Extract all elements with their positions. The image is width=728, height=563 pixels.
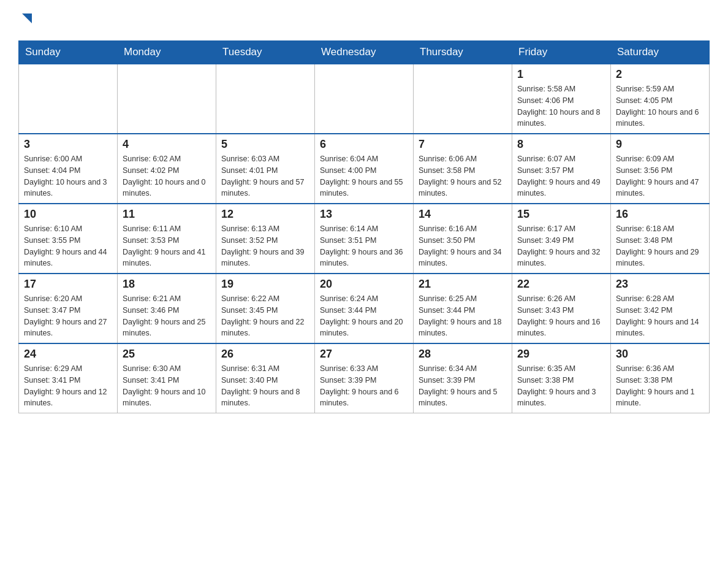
day-info: Sunrise: 6:09 AMSunset: 3:56 PMDaylight:… — [616, 153, 704, 199]
day-info: Sunrise: 6:24 AMSunset: 3:44 PMDaylight:… — [320, 293, 408, 339]
day-of-week-header: Monday — [118, 41, 216, 64]
calendar-day-cell: 4Sunrise: 6:02 AMSunset: 4:02 PMDaylight… — [118, 134, 216, 204]
day-number: 1 — [517, 68, 605, 81]
calendar-day-cell: 20Sunrise: 6:24 AMSunset: 3:44 PMDayligh… — [315, 274, 414, 343]
day-info: Sunrise: 6:13 AMSunset: 3:52 PMDaylight:… — [221, 223, 309, 269]
day-number: 18 — [123, 278, 211, 291]
calendar-day-cell: 17Sunrise: 6:20 AMSunset: 3:47 PMDayligh… — [19, 274, 118, 343]
day-number: 5 — [221, 138, 309, 151]
calendar-table: SundayMondayTuesdayWednesdayThursdayFrid… — [18, 40, 710, 413]
calendar-day-cell: 24Sunrise: 6:29 AMSunset: 3:41 PMDayligh… — [19, 343, 118, 413]
day-number: 11 — [123, 208, 211, 221]
calendar-day-cell: 22Sunrise: 6:26 AMSunset: 3:43 PMDayligh… — [512, 274, 611, 343]
calendar-day-cell: 10Sunrise: 6:10 AMSunset: 3:55 PMDayligh… — [19, 204, 118, 274]
day-info: Sunrise: 6:17 AMSunset: 3:49 PMDaylight:… — [517, 223, 605, 269]
calendar-week-row: 24Sunrise: 6:29 AMSunset: 3:41 PMDayligh… — [19, 343, 710, 413]
calendar-week-row: 3Sunrise: 6:00 AMSunset: 4:04 PMDaylight… — [19, 134, 710, 204]
calendar-day-cell: 25Sunrise: 6:30 AMSunset: 3:41 PMDayligh… — [118, 343, 216, 413]
calendar-day-cell: 3Sunrise: 6:00 AMSunset: 4:04 PMDaylight… — [19, 134, 118, 204]
day-number: 7 — [419, 138, 507, 151]
day-info: Sunrise: 6:33 AMSunset: 3:39 PMDaylight:… — [320, 363, 408, 409]
day-info: Sunrise: 6:07 AMSunset: 3:57 PMDaylight:… — [517, 153, 605, 199]
day-info: Sunrise: 6:31 AMSunset: 3:40 PMDaylight:… — [221, 363, 309, 409]
calendar-day-cell: 1Sunrise: 5:58 AMSunset: 4:06 PMDaylight… — [512, 64, 611, 134]
day-info: Sunrise: 6:20 AMSunset: 3:47 PMDaylight:… — [24, 293, 112, 339]
day-number: 22 — [517, 278, 605, 291]
calendar-day-cell: 30Sunrise: 6:36 AMSunset: 3:38 PMDayligh… — [611, 343, 710, 413]
day-number: 30 — [616, 348, 704, 361]
calendar-day-cell: 29Sunrise: 6:35 AMSunset: 3:38 PMDayligh… — [512, 343, 611, 413]
calendar-day-cell: 6Sunrise: 6:04 AMSunset: 4:00 PMDaylight… — [315, 134, 414, 204]
svg-marker-0 — [22, 13, 32, 23]
day-info: Sunrise: 6:03 AMSunset: 4:01 PMDaylight:… — [221, 153, 309, 199]
day-info: Sunrise: 6:00 AMSunset: 4:04 PMDaylight:… — [24, 153, 112, 199]
day-number: 24 — [24, 348, 112, 361]
day-info: Sunrise: 6:29 AMSunset: 3:41 PMDaylight:… — [24, 363, 112, 409]
calendar-day-cell: 14Sunrise: 6:16 AMSunset: 3:50 PMDayligh… — [414, 204, 512, 274]
day-info: Sunrise: 6:16 AMSunset: 3:50 PMDaylight:… — [419, 223, 507, 269]
day-number: 17 — [24, 278, 112, 291]
calendar-day-cell: 2Sunrise: 5:59 AMSunset: 4:05 PMDaylight… — [611, 64, 710, 134]
day-of-week-header: Sunday — [19, 41, 118, 64]
calendar-day-cell: 9Sunrise: 6:09 AMSunset: 3:56 PMDaylight… — [611, 134, 710, 204]
day-info: Sunrise: 6:26 AMSunset: 3:43 PMDaylight:… — [517, 293, 605, 339]
calendar-day-cell: 19Sunrise: 6:22 AMSunset: 3:45 PMDayligh… — [216, 274, 315, 343]
calendar-day-cell: 11Sunrise: 6:11 AMSunset: 3:53 PMDayligh… — [118, 204, 216, 274]
calendar-day-cell: 12Sunrise: 6:13 AMSunset: 3:52 PMDayligh… — [216, 204, 315, 274]
day-number: 4 — [123, 138, 211, 151]
day-number: 14 — [419, 208, 507, 221]
calendar-day-cell: 8Sunrise: 6:07 AMSunset: 3:57 PMDaylight… — [512, 134, 611, 204]
day-of-week-header: Thursday — [414, 41, 512, 64]
day-of-week-header: Friday — [512, 41, 611, 64]
calendar-week-row: 17Sunrise: 6:20 AMSunset: 3:47 PMDayligh… — [19, 274, 710, 343]
day-info: Sunrise: 6:14 AMSunset: 3:51 PMDaylight:… — [320, 223, 408, 269]
calendar-day-cell — [118, 64, 216, 134]
calendar-day-cell — [414, 64, 512, 134]
day-of-week-header: Wednesday — [315, 41, 414, 64]
calendar-day-cell — [19, 64, 118, 134]
day-info: Sunrise: 6:35 AMSunset: 3:38 PMDaylight:… — [517, 363, 605, 409]
day-number: 2 — [616, 68, 704, 81]
calendar-day-cell: 18Sunrise: 6:21 AMSunset: 3:46 PMDayligh… — [118, 274, 216, 343]
day-number: 25 — [123, 348, 211, 361]
day-number: 8 — [517, 138, 605, 151]
day-number: 26 — [221, 348, 309, 361]
day-number: 10 — [24, 208, 112, 221]
calendar-header-row: SundayMondayTuesdayWednesdayThursdayFrid… — [19, 41, 710, 64]
day-info: Sunrise: 6:21 AMSunset: 3:46 PMDaylight:… — [123, 293, 211, 339]
calendar-day-cell: 5Sunrise: 6:03 AMSunset: 4:01 PMDaylight… — [216, 134, 315, 204]
day-number: 13 — [320, 208, 408, 221]
logo-triangle-icon — [20, 12, 33, 26]
calendar-day-cell: 28Sunrise: 6:34 AMSunset: 3:39 PMDayligh… — [414, 343, 512, 413]
day-number: 3 — [24, 138, 112, 151]
day-info: Sunrise: 6:28 AMSunset: 3:42 PMDaylight:… — [616, 293, 704, 339]
day-of-week-header: Tuesday — [216, 41, 315, 64]
day-number: 19 — [221, 278, 309, 291]
day-info: Sunrise: 6:10 AMSunset: 3:55 PMDaylight:… — [24, 223, 112, 269]
day-number: 9 — [616, 138, 704, 151]
calendar-day-cell: 15Sunrise: 6:17 AMSunset: 3:49 PMDayligh… — [512, 204, 611, 274]
day-of-week-header: Saturday — [611, 41, 710, 64]
day-info: Sunrise: 6:34 AMSunset: 3:39 PMDaylight:… — [419, 363, 507, 409]
day-number: 23 — [616, 278, 704, 291]
day-info: Sunrise: 6:18 AMSunset: 3:48 PMDaylight:… — [616, 223, 704, 269]
day-number: 20 — [320, 278, 408, 291]
calendar-day-cell: 26Sunrise: 6:31 AMSunset: 3:40 PMDayligh… — [216, 343, 315, 413]
page-header — [18, 12, 710, 28]
day-info: Sunrise: 6:25 AMSunset: 3:44 PMDaylight:… — [419, 293, 507, 339]
day-info: Sunrise: 6:02 AMSunset: 4:02 PMDaylight:… — [123, 153, 211, 199]
day-number: 28 — [419, 348, 507, 361]
day-number: 6 — [320, 138, 408, 151]
calendar-day-cell: 7Sunrise: 6:06 AMSunset: 3:58 PMDaylight… — [414, 134, 512, 204]
day-info: Sunrise: 6:11 AMSunset: 3:53 PMDaylight:… — [123, 223, 211, 269]
logo — [18, 12, 33, 28]
calendar-day-cell: 27Sunrise: 6:33 AMSunset: 3:39 PMDayligh… — [315, 343, 414, 413]
day-info: Sunrise: 5:58 AMSunset: 4:06 PMDaylight:… — [517, 83, 605, 129]
day-info: Sunrise: 6:36 AMSunset: 3:38 PMDaylight:… — [616, 363, 704, 409]
calendar-day-cell: 13Sunrise: 6:14 AMSunset: 3:51 PMDayligh… — [315, 204, 414, 274]
day-info: Sunrise: 6:22 AMSunset: 3:45 PMDaylight:… — [221, 293, 309, 339]
day-number: 12 — [221, 208, 309, 221]
day-number: 27 — [320, 348, 408, 361]
calendar-day-cell: 21Sunrise: 6:25 AMSunset: 3:44 PMDayligh… — [414, 274, 512, 343]
day-number: 15 — [517, 208, 605, 221]
